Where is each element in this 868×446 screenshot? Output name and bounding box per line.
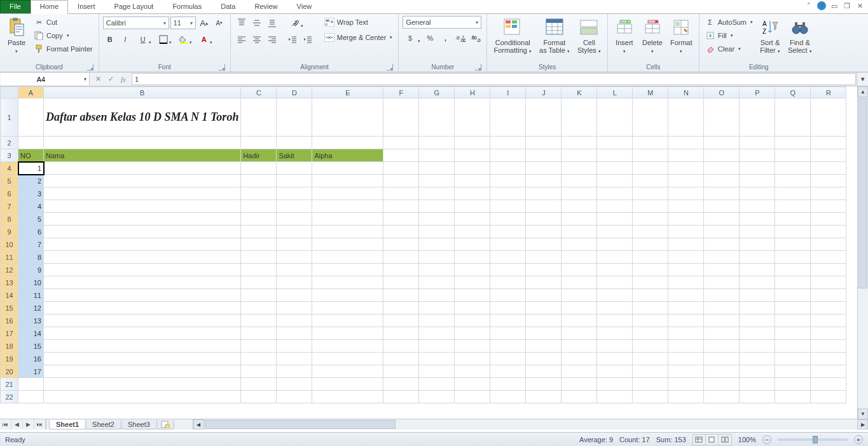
cell[interactable] bbox=[561, 391, 597, 403]
cell[interactable] bbox=[633, 238, 668, 251]
tab-insert[interactable]: Insert bbox=[68, 0, 105, 13]
cell[interactable] bbox=[775, 276, 811, 289]
cell[interactable]: Daftar absen Kelas 10 D SMA N 1 Toroh bbox=[44, 98, 241, 137]
cell[interactable]: 12 bbox=[18, 302, 44, 314]
cell[interactable] bbox=[775, 251, 811, 264]
cell[interactable] bbox=[277, 327, 312, 340]
fill-button[interactable]: Fill▾ bbox=[703, 29, 755, 42]
window-close-icon[interactable]: ✕ bbox=[855, 1, 864, 10]
column-header[interactable]: D bbox=[277, 87, 312, 98]
cell[interactable] bbox=[740, 340, 775, 353]
tab-home[interactable]: Home bbox=[31, 0, 68, 14]
cell[interactable] bbox=[668, 378, 704, 391]
cell[interactable] bbox=[740, 391, 775, 403]
cell[interactable] bbox=[704, 149, 740, 162]
cell[interactable] bbox=[490, 238, 526, 251]
accounting-format-button[interactable]: $ bbox=[403, 31, 422, 45]
cell[interactable] bbox=[811, 200, 846, 213]
page-layout-view-button[interactable] bbox=[706, 435, 719, 445]
format-painter-button[interactable]: Format Painter bbox=[32, 43, 95, 55]
cell[interactable] bbox=[277, 200, 312, 213]
cell[interactable] bbox=[633, 378, 668, 391]
cell[interactable] bbox=[18, 378, 44, 391]
cell[interactable] bbox=[704, 200, 740, 213]
cell[interactable] bbox=[44, 137, 241, 149]
cell[interactable] bbox=[597, 149, 633, 162]
cell[interactable] bbox=[561, 137, 597, 149]
row-header[interactable]: 6 bbox=[1, 187, 18, 200]
cell[interactable] bbox=[668, 149, 704, 162]
cell[interactable] bbox=[383, 340, 419, 353]
align-center-button[interactable] bbox=[250, 32, 264, 46]
cell[interactable] bbox=[597, 302, 633, 314]
cell[interactable] bbox=[633, 187, 668, 200]
cell[interactable] bbox=[490, 187, 526, 200]
cell[interactable]: 13 bbox=[18, 314, 44, 327]
number-launcher[interactable] bbox=[475, 64, 481, 71]
cell[interactable] bbox=[383, 162, 419, 175]
cell[interactable] bbox=[740, 365, 775, 378]
cell[interactable] bbox=[526, 187, 561, 200]
cell[interactable] bbox=[383, 200, 419, 213]
cell[interactable] bbox=[775, 289, 811, 302]
cell[interactable] bbox=[18, 98, 44, 137]
column-header[interactable]: L bbox=[597, 87, 633, 98]
cell[interactable] bbox=[668, 137, 704, 149]
border-button[interactable] bbox=[154, 32, 173, 46]
column-header[interactable]: C bbox=[241, 87, 277, 98]
cell[interactable] bbox=[811, 137, 846, 149]
cell[interactable] bbox=[668, 276, 704, 289]
cell[interactable] bbox=[561, 98, 597, 137]
cell[interactable] bbox=[490, 162, 526, 175]
cell[interactable] bbox=[668, 314, 704, 327]
cell[interactable] bbox=[740, 264, 775, 276]
cell[interactable] bbox=[419, 340, 455, 353]
cell[interactable] bbox=[811, 276, 846, 289]
cell[interactable] bbox=[312, 98, 383, 137]
cell[interactable]: Alpha bbox=[312, 149, 383, 162]
cell[interactable] bbox=[526, 365, 561, 378]
cell[interactable] bbox=[811, 314, 846, 327]
cell[interactable] bbox=[277, 302, 312, 314]
cell[interactable] bbox=[526, 289, 561, 302]
cell[interactable] bbox=[277, 187, 312, 200]
cell[interactable] bbox=[811, 226, 846, 238]
cell[interactable] bbox=[633, 314, 668, 327]
cell[interactable] bbox=[277, 98, 312, 137]
cell[interactable] bbox=[811, 302, 846, 314]
row-header[interactable]: 8 bbox=[1, 213, 18, 226]
cell[interactable] bbox=[775, 353, 811, 365]
align-bottom-button[interactable] bbox=[265, 16, 279, 30]
percent-button[interactable]: % bbox=[423, 31, 437, 45]
cell[interactable] bbox=[455, 200, 490, 213]
cell[interactable] bbox=[740, 137, 775, 149]
cell[interactable] bbox=[526, 391, 561, 403]
cell[interactable] bbox=[704, 391, 740, 403]
format-as-table-button[interactable]: Formatas Table ▾ bbox=[537, 16, 572, 55]
row-header[interactable]: 7 bbox=[1, 200, 18, 213]
cell[interactable] bbox=[633, 276, 668, 289]
cell[interactable] bbox=[490, 391, 526, 403]
cell[interactable] bbox=[526, 238, 561, 251]
cell[interactable] bbox=[526, 378, 561, 391]
cell[interactable]: Hadir bbox=[241, 149, 277, 162]
cell[interactable] bbox=[241, 187, 277, 200]
cell[interactable]: NO bbox=[18, 149, 44, 162]
cell[interactable] bbox=[490, 365, 526, 378]
cell[interactable] bbox=[668, 340, 704, 353]
page-break-view-button[interactable] bbox=[719, 435, 731, 445]
cell[interactable] bbox=[383, 187, 419, 200]
vscroll-thumb[interactable] bbox=[858, 98, 867, 288]
cell[interactable] bbox=[241, 365, 277, 378]
cell[interactable] bbox=[241, 289, 277, 302]
cell[interactable] bbox=[561, 251, 597, 264]
column-header[interactable]: K bbox=[561, 87, 597, 98]
normal-view-button[interactable] bbox=[693, 435, 706, 445]
cell[interactable] bbox=[44, 226, 241, 238]
cell[interactable] bbox=[775, 391, 811, 403]
cell[interactable] bbox=[811, 175, 846, 187]
cell[interactable] bbox=[597, 276, 633, 289]
cell[interactable] bbox=[561, 365, 597, 378]
column-header[interactable]: G bbox=[419, 87, 455, 98]
cell[interactable] bbox=[740, 149, 775, 162]
